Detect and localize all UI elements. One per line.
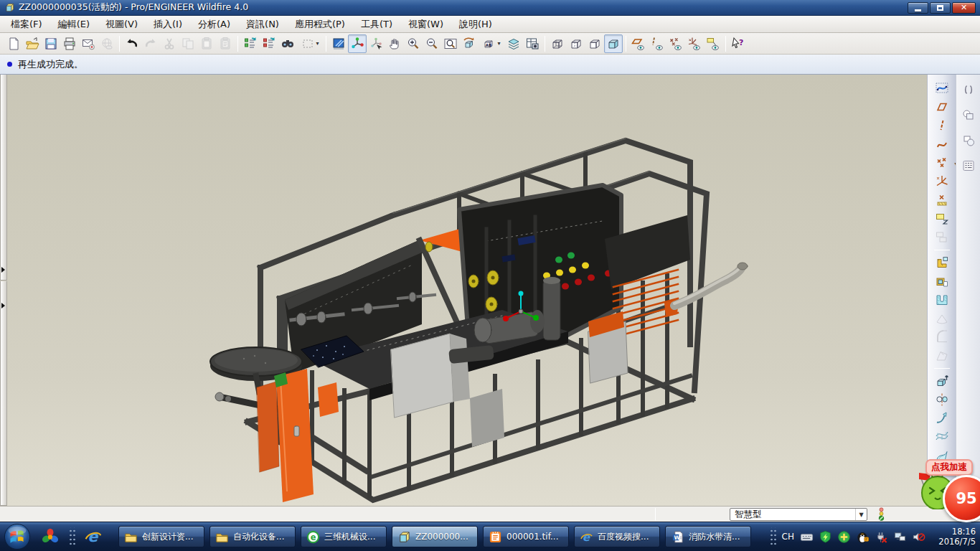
hole-tool-button[interactable] [932,273,952,290]
repaint-button[interactable] [329,34,348,53]
print-button[interactable] [60,34,79,53]
paste-special-button[interactable] [216,34,235,53]
dropdown-arrow-icon[interactable]: ▾ [497,40,500,47]
taskbar-button-tif-image[interactable]: 000001.tif... [483,526,569,547]
csys-toggle-button[interactable] [685,34,704,53]
network-tray-icon[interactable] [893,530,907,544]
csys-tool-button[interactable] [932,173,952,190]
sweep-tool-button[interactable] [932,410,952,427]
redo-button[interactable] [141,34,160,53]
shell-tool-button[interactable] [932,254,952,271]
layers-button[interactable] [504,34,523,53]
sash-bar-top[interactable] [0,75,7,281]
datum-point-tool-button[interactable]: ▾ [932,154,952,171]
combo-dropdown-icon[interactable]: ▼ [855,509,867,520]
plug-x-tray-icon[interactable] [875,530,888,544]
dropdown-arrow-icon[interactable]: ▾ [316,40,319,47]
rib-tool-button[interactable] [932,291,952,309]
boundary-blend-tool-button[interactable] [932,428,952,446]
taskbar-button-proe-session[interactable]: ZZ000000... [392,526,478,547]
sketch-tool-button[interactable] [932,192,952,209]
annotations-toggle-button[interactable] [704,34,722,53]
datum-axis-tool-button[interactable] [932,117,952,134]
save-file-button[interactable] [42,34,60,53]
sash-bar-bottom[interactable] [0,281,7,506]
wireframe-display-button[interactable] [548,34,567,53]
selection-filter-combobox[interactable]: 智慧型 ▼ [730,508,867,521]
undo-button[interactable] [123,34,141,53]
datum-points-toggle-button[interactable] [666,34,685,53]
pinwheel-launcher-button[interactable] [41,527,60,546]
3d-model-canvas[interactable] [7,75,927,506]
zoom-out-button[interactable] [423,34,441,53]
no-hidden-display-button[interactable] [585,34,604,53]
paste-button[interactable] [197,34,216,53]
zoom-in-button[interactable] [404,34,423,53]
datum-plane-tool-button[interactable] [932,98,952,116]
qq-penguin-tray-icon[interactable] [856,530,870,544]
taskbar-clock[interactable]: 18:16 2016/7/5 [934,527,976,547]
select-items-button[interactable]: ▾ [297,34,323,53]
menu-item-file[interactable]: 檔案(F) [3,16,50,33]
context-help-button[interactable]: ? [729,34,748,53]
taskbar-button-folder-innovation[interactable]: 创新设计资... [118,526,204,547]
chamfer-tool-button[interactable] [932,347,952,364]
maximize-button[interactable] [930,2,951,14]
speedup-score-ball[interactable]: 95 [943,475,980,522]
view-manager-button[interactable] [523,34,542,53]
speedup-ball-overlay[interactable]: 点我加速 95 [918,451,980,524]
send-mail-button[interactable] [79,34,98,53]
reorient-button[interactable] [460,34,479,53]
menu-item-help[interactable]: 說明(H) [451,16,500,33]
draft-tool-button[interactable] [932,310,952,327]
vertical-cylinder[interactable] [543,277,560,340]
cut-button[interactable] [160,34,179,53]
language-indicator[interactable]: CH [782,532,794,542]
open-file-button[interactable] [23,34,42,53]
graphics-area[interactable] [7,75,927,506]
shaded-display-button[interactable] [604,34,623,53]
intersect-tool-button[interactable] [959,132,978,149]
style-tool-button[interactable] [932,80,952,97]
taskbar-button-word-firehose[interactable]: W消防水带清... [665,526,751,547]
pattern-tool-button[interactable] [959,157,978,174]
datum-curve-tool-button[interactable] [932,136,952,153]
shield-360-tray-icon[interactable] [819,530,832,544]
sash-expand-arrow-icon[interactable] [1,267,5,273]
saved-views-button[interactable]: AB▾ [479,34,504,53]
menu-item-insert[interactable]: 插入(I) [146,16,190,33]
menu-item-info[interactable]: 資訊(N) [238,16,287,33]
taskbar-button-browser-3d-mech[interactable]: e三维机械设... [301,526,387,547]
datum-axes-toggle-button[interactable] [648,34,666,53]
revolve-tool-button[interactable] [932,391,952,408]
menu-item-edit[interactable]: 編輯(E) [50,16,98,33]
refit-button[interactable] [441,34,460,53]
keyboard-tray-icon[interactable] [800,530,814,544]
ie-launcher-button[interactable]: e [84,527,103,546]
taskbar-button-folder-automation[interactable]: 自动化设备... [209,526,296,547]
sash-expand-arrow2-icon[interactable] [1,303,5,309]
speedup-bubble[interactable]: 点我加速 [925,459,973,476]
circle-plus-360-tray-icon[interactable] [837,530,851,544]
find-button[interactable] [278,34,297,53]
menu-item-window[interactable]: 視窗(W) [400,16,451,33]
annotation-alt-tool-button[interactable] [932,229,952,246]
copy-button[interactable] [179,34,197,53]
menu-item-applications[interactable]: 應用程式(P) [287,16,353,33]
menu-item-analysis[interactable]: 分析(A) [190,16,238,33]
volume-muted-tray-icon[interactable] [912,530,925,544]
round-tool-button[interactable] [932,329,952,346]
menu-item-view[interactable]: 視圖(V) [98,16,146,33]
extrude-tool-button[interactable] [932,372,952,390]
interface-tool-button[interactable] [959,82,978,99]
minimize-button[interactable] [908,2,928,14]
pan-mode-button[interactable] [385,34,404,53]
new-file-button[interactable] [4,34,23,53]
annotation-tool-button[interactable] [932,210,952,227]
menu-item-tools[interactable]: 工具(T) [353,16,400,33]
start-button[interactable] [4,523,31,550]
regenerate-button[interactable] [241,34,260,53]
hidden-line-display-button[interactable] [567,34,585,53]
close-button[interactable]: ✕ [952,2,976,14]
orient-mode-button[interactable] [367,34,385,53]
